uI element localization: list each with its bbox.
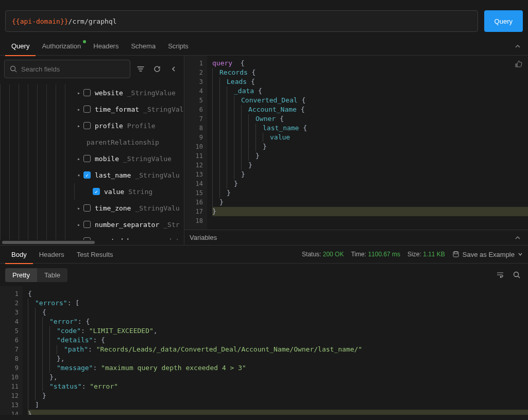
url-template-var: {{api-domain}}: [12, 18, 69, 25]
view-mode-table[interactable]: Table: [37, 268, 67, 282]
url-input[interactable]: {{api-domain}}/crm/graphql: [5, 10, 478, 32]
time-value: 1100.67 ms: [368, 251, 400, 258]
field-name: time_format: [95, 106, 139, 113]
svg-point-0: [11, 66, 15, 71]
tab-headers[interactable]: Headers: [87, 37, 125, 56]
url-path: /crm/graphql: [69, 18, 117, 25]
field-type: _StringValue: [143, 106, 184, 113]
field-type: _StringValu: [135, 171, 179, 179]
search-icon: [10, 65, 17, 73]
field-checkbox[interactable]: [83, 204, 91, 212]
save-as-example-button[interactable]: Save as Example: [452, 251, 523, 258]
field-row-number_separator[interactable]: ▸number_separator_Str: [0, 216, 184, 233]
fields-tree[interactable]: ▸website_StringValue▸time_format_StringV…: [0, 82, 184, 240]
auth-indicator-dot: [83, 40, 86, 43]
field-row-profile[interactable]: ▸profileProfile: [0, 117, 184, 134]
refresh-icon[interactable]: [151, 63, 163, 75]
field-row-mobile[interactable]: ▸mobile_StringValue: [0, 150, 184, 167]
search-response-icon[interactable]: [510, 269, 523, 281]
response-editor[interactable]: {"errors": [{"error": {"code": "LIMIT_EX…: [23, 286, 528, 415]
field-type: _StringValu: [135, 204, 179, 212]
response-tab-test-results[interactable]: Test Results: [71, 245, 120, 264]
search-fields-input[interactable]: [21, 65, 125, 73]
field-name: time_zone: [95, 204, 131, 212]
collapse-variables-icon[interactable]: [513, 233, 523, 243]
field-checkbox[interactable]: [83, 221, 91, 228]
field-checkbox[interactable]: ✓: [83, 171, 91, 179]
field-row-website[interactable]: ▸website_StringValue: [0, 84, 184, 101]
collapse-sidebar-icon[interactable]: [167, 63, 180, 75]
response-tab-headers[interactable]: Headers: [33, 245, 71, 264]
view-mode-segment: PrettyTable: [5, 268, 67, 282]
response-tabs: BodyHeadersTest Results Status: 200 OK T…: [0, 245, 528, 264]
field-row-created_by[interactable]: ▸created_byusers__dat: [0, 233, 184, 240]
field-checkbox[interactable]: ✓: [93, 188, 100, 195]
field-checkbox[interactable]: [83, 89, 91, 96]
tab-query[interactable]: Query: [5, 37, 36, 56]
response-gutter: 1234567891011121314: [0, 286, 23, 415]
field-row-last_name[interactable]: ▾✓last_name_StringValu: [0, 167, 184, 183]
chevron-down-icon[interactable]: ▾: [74, 172, 83, 178]
field-checkbox[interactable]: [83, 122, 91, 129]
filter-icon[interactable]: [134, 63, 147, 75]
field-type-secondary: parentRelationship: [87, 138, 159, 146]
size-value: 1.11 KB: [423, 251, 445, 258]
field-row-value[interactable]: ✓valueString: [0, 183, 184, 200]
collapse-request-icon[interactable]: [513, 41, 523, 51]
field-row-time_zone[interactable]: ▸time_zone_StringValu: [0, 200, 184, 216]
chevron-right-icon[interactable]: ▸: [74, 107, 83, 112]
field-type: _Str: [163, 221, 179, 229]
field-name: mobile: [95, 155, 119, 163]
thumbs-up-icon[interactable]: [515, 60, 523, 68]
save-icon: [452, 251, 459, 258]
view-mode-pretty[interactable]: Pretty: [5, 268, 37, 282]
svg-point-4: [514, 272, 519, 277]
field-name: profile: [95, 122, 123, 130]
field-type: String: [128, 188, 152, 196]
query-editor[interactable]: query {Records {Leads {_data {Converted_…: [207, 56, 528, 230]
size-label: Size:: [407, 251, 421, 258]
tab-authorization[interactable]: Authorization: [36, 37, 87, 56]
status-value: 200 OK: [323, 251, 344, 258]
field-type: Profile: [127, 122, 156, 130]
field-type: _StringValue: [123, 155, 172, 163]
fields-horizontal-scrollbar[interactable]: [0, 240, 184, 245]
status-label: Status:: [302, 251, 321, 258]
field-name: value: [104, 188, 124, 196]
field-checkbox[interactable]: [83, 106, 91, 113]
chevron-right-icon[interactable]: ▸: [74, 90, 83, 96]
chevron-right-icon[interactable]: ▸: [74, 205, 83, 211]
svg-line-5: [518, 276, 520, 278]
field-name: number_separator: [95, 221, 159, 229]
request-tabs: QueryAuthorizationHeadersSchemaScripts: [0, 37, 528, 56]
response-tab-body[interactable]: Body: [5, 245, 33, 264]
chevron-right-icon[interactable]: ▸: [74, 156, 83, 162]
chevron-right-icon[interactable]: ▸: [74, 222, 83, 227]
time-label: Time:: [351, 251, 366, 258]
field-name: website: [95, 89, 123, 97]
field-checkbox[interactable]: [83, 155, 91, 162]
send-query-button[interactable]: Query: [484, 10, 523, 32]
field-type: _StringValue: [127, 89, 176, 97]
field-row-time_format[interactable]: ▸time_format_StringValue: [0, 101, 184, 117]
chevron-down-icon: [518, 252, 523, 257]
query-gutter: 123456789101112131415161718: [184, 56, 207, 230]
search-fields-box[interactable]: [4, 60, 130, 78]
svg-rect-3: [454, 252, 457, 254]
chevron-right-icon[interactable]: ▸: [74, 123, 83, 129]
svg-line-1: [15, 71, 17, 73]
field-row-sub: parentRelationship: [0, 134, 184, 150]
tab-schema[interactable]: Schema: [125, 37, 162, 56]
variables-label[interactable]: Variables: [190, 234, 217, 241]
field-name: last_name: [95, 171, 131, 179]
tab-scripts[interactable]: Scripts: [162, 37, 195, 56]
wrap-lines-icon[interactable]: [494, 269, 506, 281]
